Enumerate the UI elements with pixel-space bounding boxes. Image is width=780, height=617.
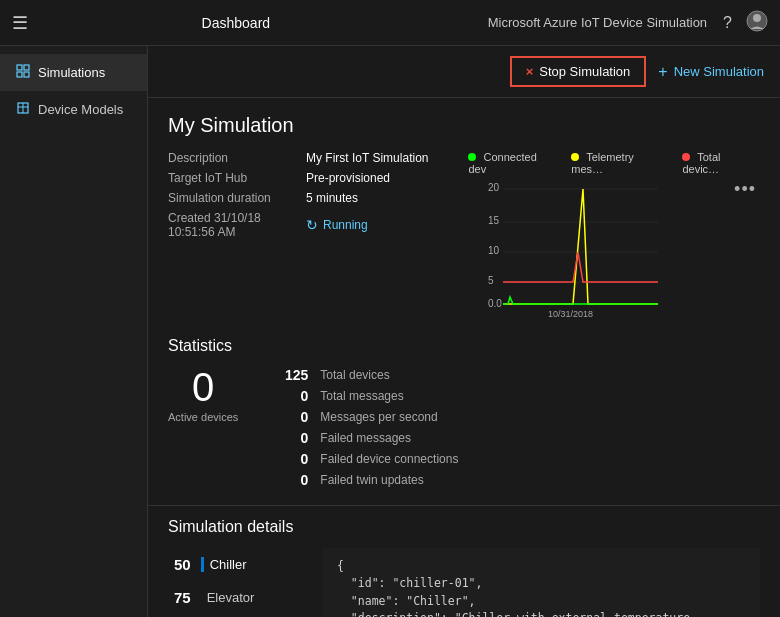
svg-text:10/31/2018: 10/31/2018 [548,309,593,319]
action-bar: × Stop Simulation + New Simulation [148,46,780,98]
status-value: Running [323,218,368,232]
sidebar-label-device-models: Device Models [38,102,123,117]
meta-value-description: My First IoT Simulation [306,151,428,165]
meta-duration: Simulation duration 5 minutes [168,191,428,205]
chart-container: ••• 20 15 10 5 0.0 [468,179,760,319]
svg-text:10: 10 [488,245,500,256]
metric-label-failed-twin-updates: Failed twin updates [320,473,423,487]
status-running: ↻ Running [306,211,368,239]
statistics-section: Statistics 0 Active devices 125 Total de… [148,329,780,505]
main-layout: Simulations Device Models × Stop Simulat… [0,46,780,617]
json-content: { "id": "chiller-01", "name": "Chiller",… [337,558,746,617]
svg-text:0.0: 0.0 [488,298,502,309]
nav-title: Dashboard [0,15,488,31]
meta-description: Description My First IoT Simulation [168,151,428,165]
svg-text:15: 15 [488,215,500,226]
metric-value-failed-connections: 0 [278,451,308,467]
device-item-chiller[interactable]: 50 Chiller [168,548,323,581]
svg-rect-3 [24,65,29,70]
nav-icons: ? [723,10,768,36]
device-list: 50 Chiller 75 Elevator [168,548,323,617]
new-simulation-label: New Simulation [674,64,764,79]
meta-created: Created 31/10/18 10:51:56 AM ↻ Running [168,211,428,239]
legend-label-connected: Connected dev [468,151,536,175]
statistics-body: 0 Active devices 125 Total devices 0 Tot… [168,367,760,493]
line-chart: 20 15 10 5 0.0 10/31/20 [468,179,663,319]
new-plus-icon: + [658,63,667,81]
top-navbar: ☰ Dashboard Microsoft Azure IoT Device S… [0,0,780,46]
json-viewer: { "id": "chiller-01", "name": "Chiller",… [323,548,760,617]
meta-value-duration: 5 minutes [306,191,358,205]
main-content: × Stop Simulation + New Simulation My Si… [148,46,780,617]
metric-value-messages-per-second: 0 [278,409,308,425]
metric-label-messages-per-second: Messages per second [320,410,437,424]
simulation-details-section: Simulation details 50 Chiller 75 Elevato… [148,505,780,617]
legend-dot-connected [468,153,476,161]
help-icon[interactable]: ? [723,14,732,32]
legend-label-telemetry: Telemetry mes… [571,151,634,175]
meta-label-iot-hub: Target IoT Hub [168,171,298,185]
device-count-chiller: 50 [174,556,191,573]
chart-area: Connected dev Telemetry mes… Total devic… [468,151,760,319]
stop-simulation-label: Stop Simulation [539,64,630,79]
svg-rect-5 [24,72,29,77]
sidebar-label-simulations: Simulations [38,65,105,80]
metric-value-total-messages: 0 [278,388,308,404]
stats-metrics: 125 Total devices 0 Total messages 0 Mes… [278,367,760,493]
running-icon: ↻ [306,217,318,233]
simulation-meta: Description My First IoT Simulation Targ… [168,151,428,319]
metric-value-failed-messages: 0 [278,430,308,446]
metric-failed-messages: 0 Failed messages [278,430,760,446]
active-devices-label: Active devices [168,411,238,423]
legend-total: Total devic… [682,151,760,175]
simulation-info: Description My First IoT Simulation Targ… [168,151,760,319]
meta-label-created: Created 31/10/18 10:51:56 AM [168,211,298,239]
svg-rect-4 [17,72,22,77]
metric-failed-connections: 0 Failed device connections [278,451,760,467]
sidebar-item-simulations[interactable]: Simulations [0,54,147,91]
metric-total-messages: 0 Total messages [278,388,760,404]
svg-rect-2 [17,65,22,70]
metric-label-failed-messages: Failed messages [320,431,411,445]
metric-label-total-messages: Total messages [320,389,403,403]
simulation-details-body: 50 Chiller 75 Elevator { "id": "chiller-… [168,548,760,617]
sidebar: Simulations Device Models [0,46,148,617]
stop-x-icon: × [526,64,534,79]
stop-simulation-button[interactable]: × Stop Simulation [510,56,647,87]
meta-label-description: Description [168,151,298,165]
legend-connected: Connected dev [468,151,557,175]
chart-legend: Connected dev Telemetry mes… Total devic… [468,151,760,175]
active-devices-panel: 0 Active devices [168,367,238,493]
meta-iot-hub: Target IoT Hub Pre-provisioned [168,171,428,185]
sidebar-item-device-models[interactable]: Device Models [0,91,147,128]
user-icon[interactable] [746,10,768,36]
legend-dot-telemetry [571,153,579,161]
legend-dot-total [682,153,690,161]
device-item-elevator[interactable]: 75 Elevator [168,581,323,614]
simulations-icon [16,64,30,81]
device-count-elevator: 75 [174,589,191,606]
device-name-chiller: Chiller [201,557,247,572]
simulation-details-title: Simulation details [168,518,760,536]
metric-value-total-devices: 125 [278,367,308,383]
device-models-icon [16,101,30,118]
metric-messages-per-second: 0 Messages per second [278,409,760,425]
meta-label-duration: Simulation duration [168,191,298,205]
svg-text:5: 5 [488,275,494,286]
metric-failed-twin-updates: 0 Failed twin updates [278,472,760,488]
simulation-section: My Simulation Description My First IoT S… [148,98,780,329]
svg-text:20: 20 [488,182,500,193]
metric-label-total-devices: Total devices [320,368,389,382]
chart-more-icon[interactable]: ••• [734,179,756,200]
new-simulation-button[interactable]: + New Simulation [658,63,764,81]
legend-telemetry: Telemetry mes… [571,151,668,175]
active-devices-count: 0 [168,367,238,407]
metric-value-failed-twin-updates: 0 [278,472,308,488]
nav-brand: Microsoft Azure IoT Device Simulation [488,15,707,30]
device-name-elevator: Elevator [201,590,255,605]
statistics-title: Statistics [168,337,760,355]
metric-total-devices: 125 Total devices [278,367,760,383]
svg-point-1 [753,14,761,22]
metric-label-failed-connections: Failed device connections [320,452,458,466]
meta-value-iot-hub: Pre-provisioned [306,171,390,185]
